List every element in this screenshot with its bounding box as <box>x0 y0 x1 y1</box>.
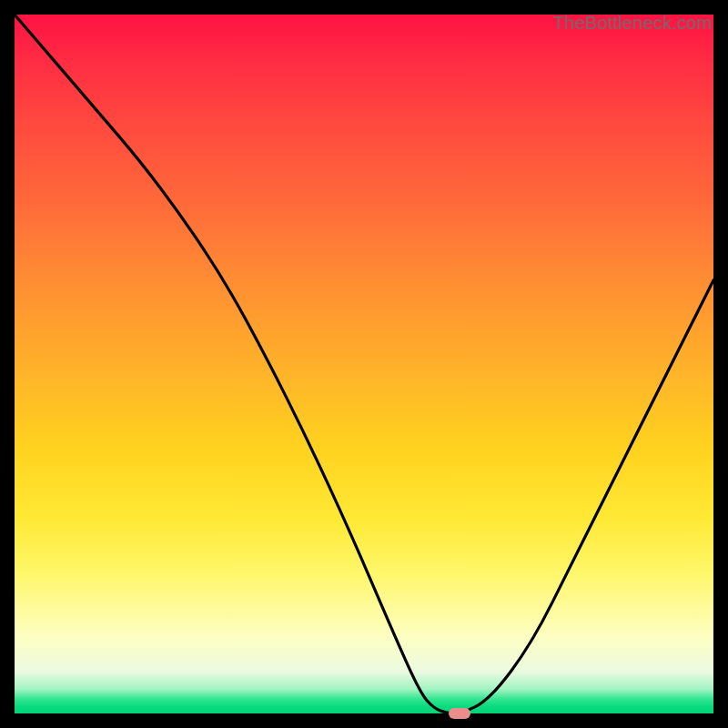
chart-frame: TheBottleneck.com <box>0 0 728 728</box>
optimal-point-marker <box>449 708 470 719</box>
bottleneck-curve <box>15 15 713 713</box>
plot-area: TheBottleneck.com <box>14 14 714 714</box>
